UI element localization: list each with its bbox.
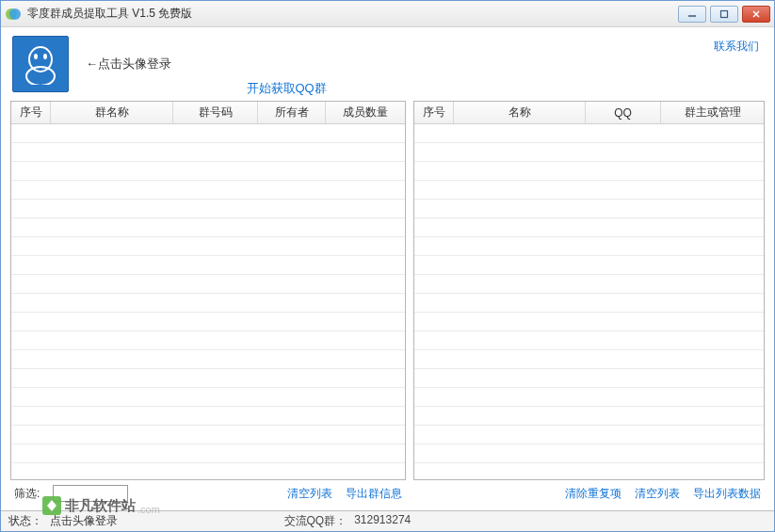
col-qq-r[interactable]: QQ xyxy=(586,102,661,124)
contact-us-link[interactable]: 联系我们 xyxy=(714,39,759,55)
col-admin-r[interactable]: 群主或管理 xyxy=(661,102,764,124)
qq-group-number: 312913274 xyxy=(354,513,411,529)
col-owner[interactable]: 所有者 xyxy=(258,102,326,124)
clear-right-list-button[interactable]: 清空列表 xyxy=(635,486,680,502)
member-table-body[interactable] xyxy=(414,124,764,479)
app-icon xyxy=(5,6,22,23)
window-controls xyxy=(678,6,770,23)
svg-point-7 xyxy=(26,67,55,85)
login-hint-text: ←点击头像登录 xyxy=(86,56,171,73)
col-group-id[interactable]: 群号码 xyxy=(173,102,258,124)
svg-rect-3 xyxy=(721,10,728,17)
app-window: 零度群成员提取工具 V1.5 免费版 ←点击头像登录 联系我们 开始获取QQ群 xyxy=(0,0,775,532)
statusbar: 状态： 点击头像登录 交流QQ群： 312913274 xyxy=(1,510,774,531)
group-table-body[interactable] xyxy=(11,124,405,479)
col-member-count[interactable]: 成员数量 xyxy=(326,102,405,124)
titlebar: 零度群成员提取工具 V1.5 免费版 xyxy=(1,1,774,27)
start-fetch-link[interactable]: 开始获取QQ群 xyxy=(247,80,327,97)
col-name-r[interactable]: 名称 xyxy=(454,102,586,124)
header-area: ←点击头像登录 联系我们 开始获取QQ群 xyxy=(1,27,774,93)
remove-duplicates-button[interactable]: 清除重复项 xyxy=(565,486,622,502)
clear-left-list-button[interactable]: 清空列表 xyxy=(287,486,332,502)
qq-penguin-icon xyxy=(20,43,61,85)
col-index[interactable]: 序号 xyxy=(11,102,51,124)
left-panel: 序号 群名称 群号码 所有者 成员数量 筛选: 清空列表 导出群信息 xyxy=(10,101,406,507)
right-panel: 序号 名称 QQ 群主或管理 清除重复项 清空列表 导出列表数据 xyxy=(413,101,765,507)
right-panel-footer: 清除重复项 清空列表 导出列表数据 xyxy=(413,480,765,507)
qq-group-label: 交流QQ群： xyxy=(284,513,347,529)
close-button[interactable] xyxy=(742,6,770,23)
group-table[interactable]: 序号 群名称 群号码 所有者 成员数量 xyxy=(10,101,406,480)
main-area: 序号 群名称 群号码 所有者 成员数量 筛选: 清空列表 导出群信息 xyxy=(1,93,774,510)
filter-label: 筛选: xyxy=(14,486,40,502)
member-table-header: 序号 名称 QQ 群主或管理 xyxy=(414,102,764,124)
window-title: 零度群成员提取工具 V1.5 免费版 xyxy=(27,6,678,22)
export-list-data-button[interactable]: 导出列表数据 xyxy=(693,486,761,502)
col-index-r[interactable]: 序号 xyxy=(414,102,454,124)
minimize-button[interactable] xyxy=(678,6,706,23)
svg-point-9 xyxy=(43,54,47,59)
left-panel-footer: 筛选: 清空列表 导出群信息 xyxy=(10,480,406,507)
col-group-name[interactable]: 群名称 xyxy=(51,102,173,124)
status-label: 状态： xyxy=(8,513,42,529)
svg-point-1 xyxy=(9,8,21,20)
member-table[interactable]: 序号 名称 QQ 群主或管理 xyxy=(413,101,765,480)
svg-point-8 xyxy=(34,54,38,59)
status-text: 点击头像登录 xyxy=(50,513,118,529)
maximize-button[interactable] xyxy=(710,6,738,23)
export-group-info-button[interactable]: 导出群信息 xyxy=(346,486,402,502)
group-table-header: 序号 群名称 群号码 所有者 成员数量 xyxy=(11,102,405,124)
filter-input[interactable] xyxy=(53,485,128,502)
avatar-login-button[interactable] xyxy=(12,36,69,92)
